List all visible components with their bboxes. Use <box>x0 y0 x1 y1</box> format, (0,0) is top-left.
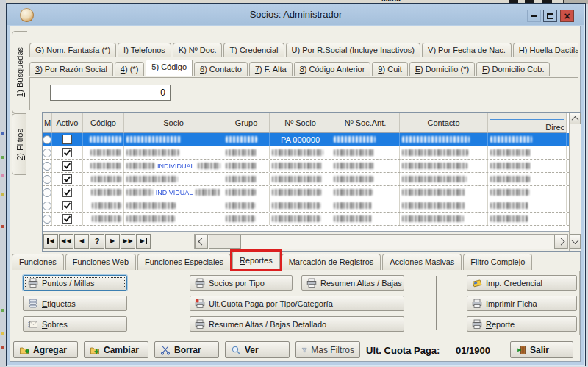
tab-funciones-especiales[interactable]: Funciones Especiales <box>137 254 231 270</box>
nav-next-button[interactable]: ▶ <box>105 234 120 249</box>
grid-body[interactable]: PA 000000INDIVIDUALINDIVIDUAL <box>43 133 569 226</box>
column-header-ma[interactable]: Ma <box>43 113 52 133</box>
row-marker-radio[interactable] <box>43 149 51 157</box>
tab-filtro-complejo[interactable]: Filtro Complejo <box>463 254 532 270</box>
row-marker-radio[interactable] <box>43 135 51 144</box>
column-header-activo[interactable]: Activo <box>52 113 83 133</box>
check-icon <box>63 149 71 157</box>
button-resumen-altas-bajas-detallado[interactable]: Resumen Altas / Bajas Detallado <box>190 316 404 332</box>
tab-6-contacto[interactable]: 6) Contacto <box>194 62 248 76</box>
tab-reportes[interactable]: Reportes <box>232 251 280 270</box>
tab-v-por-fecha-de-nac[interactable]: V) Por Fecha de Nac. <box>422 43 512 57</box>
tab-g-nom-fantasia[interactable]: G) Nom. Fantasía (*) <box>29 43 116 57</box>
column-header-socio[interactable]: Socio <box>124 113 223 133</box>
activo-checkbox[interactable] <box>62 135 72 144</box>
table-row[interactable] <box>43 199 569 213</box>
scrollbar-thumb[interactable] <box>209 235 241 249</box>
tab-7-f-alta[interactable]: 7) F. Alta <box>249 62 293 76</box>
table-row[interactable] <box>43 173 569 186</box>
nav-first-button[interactable]: ◀ <box>43 234 58 249</box>
nav-search-button[interactable]: ? <box>90 234 104 249</box>
members-grid[interactable]: MaActivoCódigoSocioGrupoNº SocioNº Soc.A… <box>42 112 581 252</box>
activo-checkbox[interactable] <box>62 214 72 224</box>
horizontal-scrollbar[interactable] <box>194 234 568 249</box>
maximize-button[interactable] <box>543 10 557 22</box>
activo-checkbox[interactable] <box>62 174 72 184</box>
row-marker-radio[interactable] <box>43 215 51 224</box>
button-imprimir-ficha[interactable]: Imprimir Ficha <box>467 296 577 311</box>
codigo-input[interactable] <box>50 85 171 101</box>
tab-funciones[interactable]: Funciones <box>12 254 64 270</box>
row-marker-radio[interactable] <box>43 188 51 197</box>
button-cambiar[interactable]: Cambiar <box>84 341 148 358</box>
button-mas-filtros[interactable]: Mas Filtros <box>295 341 360 358</box>
tab-8-codigo-anterior[interactable]: 8) Código Anterior <box>294 62 371 76</box>
table-row[interactable] <box>43 213 569 226</box>
button-ult-cuota-paga-por-tipo-categoria[interactable]: Ult.Cuota Paga por Tipo/Categoría <box>190 296 404 311</box>
column-header-contacto[interactable]: Contacto <box>400 113 488 133</box>
table-row[interactable]: PA 000000 <box>43 133 569 146</box>
button-resumen-altas-bajas[interactable]: Resumen Altas / Bajas <box>301 275 404 291</box>
column-header-grupo[interactable]: Grupo <box>223 113 270 133</box>
row-marker-radio[interactable] <box>43 162 51 171</box>
activo-checkbox[interactable] <box>62 148 72 157</box>
scroll-right-button[interactable] <box>554 235 567 249</box>
button-puntos-millas[interactable]: Puntos / Millas <box>23 275 127 291</box>
nav-prev-button[interactable]: ◀ <box>74 234 89 249</box>
grid-cell <box>331 199 400 212</box>
activo-checkbox[interactable] <box>62 201 72 210</box>
scroll-left-button[interactable] <box>195 235 208 249</box>
vertical-scrollbar[interactable] <box>569 113 581 251</box>
tab-f-domicilio-cob[interactable]: F) Domicilio Cob. <box>476 62 550 76</box>
nav-next-page-button[interactable]: ▶▶ <box>121 234 135 249</box>
column-header-direc[interactable]: Direc <box>488 113 567 133</box>
column-header-n-socio[interactable]: Nº Socio <box>270 113 331 133</box>
sidebar-tab-2-filtros[interactable]: 2) Filtros <box>12 113 26 175</box>
button-ver[interactable]: Ver <box>225 341 290 358</box>
nav-last-button[interactable]: ▶ <box>136 234 151 249</box>
button-agregar[interactable]: Agregar <box>13 341 78 358</box>
activo-checkbox[interactable] <box>62 188 72 197</box>
nav-prev-icon: ◀ <box>61 238 65 244</box>
close-button[interactable]: × <box>560 10 574 22</box>
tab-e-domicilio[interactable]: E) Domicilio (*) <box>409 62 475 76</box>
minimize-button[interactable] <box>527 10 541 22</box>
row-marker-radio[interactable] <box>43 175 51 184</box>
scroll-down-button[interactable] <box>570 234 581 249</box>
grid-navigator[interactable]: ◀◀◀◀?▶▶▶▶ <box>43 231 569 251</box>
scroll-up-button[interactable] <box>570 113 581 124</box>
sidebar-tab-1-busquedas[interactable]: 1) Búsquedas <box>12 31 27 113</box>
tab-marcacion-de-registros[interactable]: Marcación de Registros <box>282 254 381 270</box>
envelope-icon <box>28 319 38 329</box>
button-reporte[interactable]: Reporte <box>467 316 577 332</box>
column-header-codigo[interactable]: Código <box>83 113 124 133</box>
button-imp-credencial[interactable]: Imp. Credencial <box>467 275 577 291</box>
row-marker-radio[interactable] <box>43 202 51 210</box>
nav-prev-page-button[interactable]: ◀◀ <box>59 234 74 249</box>
button-label: Imprimir Ficha <box>486 299 537 308</box>
tab-h-huella-dactilar[interactable]: H) Huella Dactilar <box>513 43 578 57</box>
button-etiquetas[interactable]: Etiquetas <box>23 296 127 311</box>
tab-3-por-razon-social[interactable]: 3) Por Razón Social <box>29 62 113 76</box>
tab-u-por-r-social-incluye-inactivos[interactable]: U) Por R.Social (Incluye Inactivos) <box>286 43 421 57</box>
button-salir[interactable]: Salir <box>510 341 573 358</box>
tab-4[interactable]: 4) (*) <box>115 62 144 76</box>
button-borrar[interactable]: Borrar <box>154 341 219 358</box>
tab-5-codigo[interactable]: 5) Código <box>146 60 193 76</box>
tab-t-credencial[interactable]: T) Credencial <box>223 43 284 57</box>
tab-k-n-doc[interactable]: K) Nº Doc. <box>173 43 223 57</box>
tab-9-cuit[interactable]: 9) Cuit <box>372 62 407 76</box>
tab-i-telefonos[interactable]: I) Telefonos <box>118 43 171 57</box>
button-socios-por-tipo[interactable]: Socios por Tipo <box>190 275 293 291</box>
table-row[interactable]: INDIVIDUAL <box>43 160 569 173</box>
titlebar[interactable]: Socios: Administrador × <box>7 4 584 25</box>
table-row[interactable] <box>43 146 569 160</box>
button-sobres[interactable]: Sobres <box>23 316 127 332</box>
table-row[interactable]: INDIVIDUAL <box>43 186 569 199</box>
tab-funciones-web[interactable]: Funciones Web <box>65 254 136 270</box>
tab-acciones-masivas[interactable]: Acciones Masivas <box>382 254 462 270</box>
redacted-text <box>226 215 255 222</box>
column-header-n-soc-ant[interactable]: Nº Soc.Ant. <box>331 113 400 133</box>
activo-checkbox[interactable] <box>62 161 72 171</box>
redacted-text <box>126 149 179 156</box>
